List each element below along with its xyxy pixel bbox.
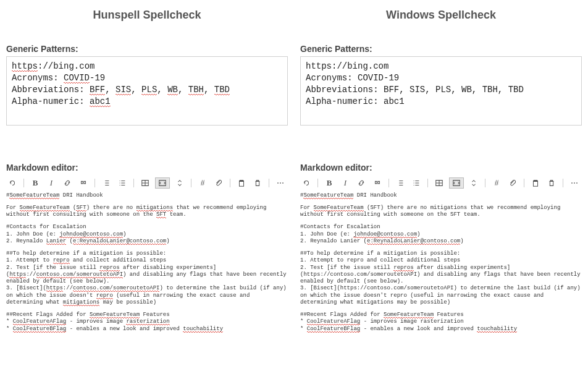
md-text: DRI Handbook xyxy=(353,192,397,198)
markdown-section-right: Markdown editor: BI#⋯ #SomeFeatureTeam D… xyxy=(298,163,584,333)
md-text: rasterization xyxy=(126,318,169,325)
bold-button[interactable]: B xyxy=(29,177,41,189)
quote-button[interactable] xyxy=(371,177,384,189)
md-text: * xyxy=(6,318,13,325)
pattern-abbrev: TBD xyxy=(214,85,230,95)
heading-button[interactable]: # xyxy=(490,177,503,189)
trash-button[interactable] xyxy=(251,177,264,189)
code-icon xyxy=(158,179,167,187)
toolbar-separator xyxy=(23,179,24,187)
link-button[interactable] xyxy=(61,177,74,189)
md-text: 2. Test [if the issue still xyxy=(6,265,99,271)
md-text: touchability xyxy=(477,326,517,333)
list-ol-icon xyxy=(412,179,421,187)
pattern-text: Alpha-numeric: xyxy=(12,96,90,106)
md-text: johndoe@contoso.com xyxy=(59,231,123,238)
md-text: SFT xyxy=(156,211,166,218)
pattern-line: Abbreviations: BFF, SIS, PLS, WB, TBH, T… xyxy=(12,84,282,96)
md-text: ) there are no xyxy=(86,205,136,211)
hunspell-column: Hunspell Spellcheck Generic Patterns: ht… xyxy=(0,0,294,392)
patterns-box-left[interactable]: https://bing.com Acronyms: COVID-19 Abbr… xyxy=(6,56,288,126)
undo-button[interactable] xyxy=(6,177,19,189)
clipboard-button[interactable] xyxy=(529,177,542,189)
pattern-line: https://bing.com xyxy=(12,61,282,72)
md-text: CoolFeatureAFlag xyxy=(307,318,360,325)
more-button[interactable]: ⋯ xyxy=(568,177,581,189)
md-text: ##Recent Flags Added for xyxy=(300,312,384,318)
toolbar-separator xyxy=(230,179,230,187)
patterns-box-right[interactable]: https://bing.com Acronyms: COVID-19 Abbr… xyxy=(300,56,582,126)
pattern-text: -19 xyxy=(90,73,105,83)
md-text: team. xyxy=(166,211,186,218)
md-text: ( xyxy=(66,238,73,244)
md-text: For xyxy=(6,205,20,211)
pattern-line: Abbreviations: BFF, SIS, PLS, WB, TBH, T… xyxy=(306,84,576,96)
pattern-line: Alpha-numeric: abc1 xyxy=(12,96,282,108)
attach-button[interactable] xyxy=(212,177,225,189)
toolbar-separator xyxy=(317,179,318,187)
md-text: contoso.com/someroutetoAPI xyxy=(73,285,159,292)
table-icon xyxy=(435,179,443,187)
md-text: mitigations xyxy=(136,205,173,211)
list-ul-icon xyxy=(396,179,405,187)
md-text: repro xyxy=(96,292,113,299)
trash-icon xyxy=(253,179,262,187)
unordered-list-button[interactable] xyxy=(100,177,112,189)
link-button[interactable] xyxy=(355,177,368,189)
pattern-text: Acronyms: xyxy=(12,73,64,83)
md-text: repro xyxy=(53,257,70,264)
ordered-list-button[interactable] xyxy=(410,177,422,189)
md-text: repros xyxy=(99,265,119,271)
sort-button[interactable] xyxy=(468,177,480,189)
clipboard-icon xyxy=(531,179,540,187)
md-text: 2. Reynaldo xyxy=(6,238,46,244)
md-text: - enables a new look and improved xyxy=(360,326,477,332)
attach-button[interactable] xyxy=(506,177,519,189)
pattern-abbrev: WB xyxy=(167,85,178,95)
md-text: johndoe@contoso.com xyxy=(353,231,417,238)
md-text: and collect additional steps xyxy=(70,257,167,263)
md-text: ) xyxy=(460,238,463,244)
markdown-body-left[interactable]: #SomeFeatureTeam DRI Handbook For SomeFe… xyxy=(4,191,290,333)
md-text: 1. Attempt to xyxy=(6,257,53,263)
md-text: may be possible) xyxy=(99,299,156,305)
md-text: Lanier xyxy=(46,238,66,245)
italic-button[interactable]: I xyxy=(339,177,351,189)
undo-icon xyxy=(8,179,17,187)
md-text: ) xyxy=(417,231,420,237)
pattern-text: COVID xyxy=(64,73,90,83)
unordered-list-button[interactable] xyxy=(394,177,406,189)
clipboard-button[interactable] xyxy=(235,177,248,189)
heading-button[interactable]: # xyxy=(196,177,209,189)
md-text: :// xyxy=(63,285,73,291)
code-block-button[interactable] xyxy=(449,177,464,189)
undo-icon xyxy=(302,179,311,187)
undo-button[interactable] xyxy=(300,177,313,189)
italic-button[interactable]: I xyxy=(45,177,57,189)
hunspell-title: Hunspell Spellcheck xyxy=(4,9,290,22)
pattern-abbrev: TBH xyxy=(188,85,204,95)
md-text: 3. [Bisect](https://contoso.com/somerout… xyxy=(300,285,582,306)
table-button[interactable] xyxy=(139,177,151,189)
toolbar-separator xyxy=(269,179,269,187)
md-text: 1. Attempt to repro and collect addition… xyxy=(300,257,582,264)
md-text: * xyxy=(300,318,307,325)
md-text: SomeFeatureTeam xyxy=(90,312,140,318)
pattern-line: https://bing.com xyxy=(306,61,576,72)
bold-button[interactable]: B xyxy=(323,177,335,189)
toolbar-separator xyxy=(94,179,95,187)
more-button[interactable]: ⋯ xyxy=(274,177,287,189)
sort-button[interactable] xyxy=(174,177,186,189)
md-text: * xyxy=(300,326,307,332)
md-text: CoolFeatureBFlag xyxy=(13,326,66,333)
toolbar-separator xyxy=(563,179,563,187)
ordered-list-button[interactable] xyxy=(116,177,128,189)
markdown-body-right[interactable]: #SomeFeatureTeam DRI Handbook For SomeFe… xyxy=(298,191,584,333)
trash-button[interactable] xyxy=(545,177,558,189)
table-button[interactable] xyxy=(433,177,445,189)
toolbar-separator xyxy=(485,179,485,187)
md-text: 2. Reynaldo Lanier ( xyxy=(300,238,367,244)
md-text: SomeFeatureTeam xyxy=(9,192,59,199)
quote-button[interactable] xyxy=(77,177,90,189)
code-block-button[interactable] xyxy=(155,177,170,189)
